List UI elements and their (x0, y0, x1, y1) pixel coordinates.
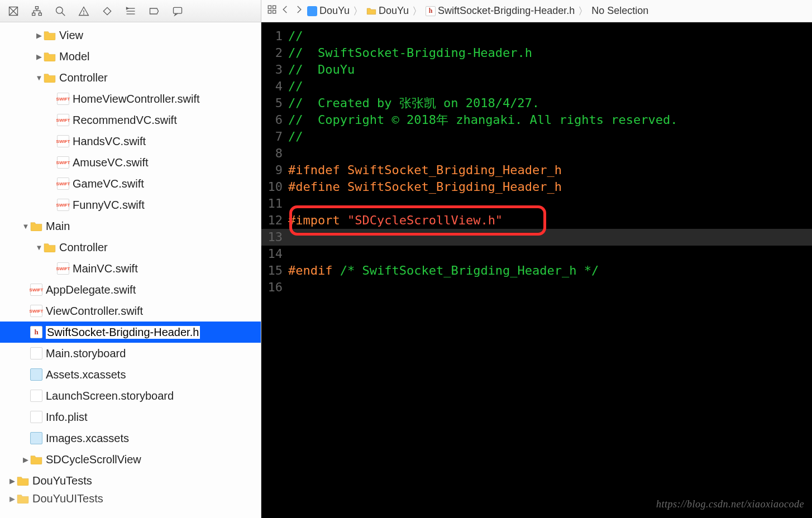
tree-item-label: Controller (59, 241, 108, 254)
editor-area: DouYu 〉 DouYu 〉 hSwiftSocket-Brigding-He… (261, 0, 812, 518)
line-content: #endif /* SwiftSocket_Brigding_Header_h … (288, 262, 812, 279)
line-number: 14 (261, 246, 288, 262)
breadcrumb-sep: 〉 (353, 4, 363, 18)
code-line[interactable]: 10#define SwiftSocket_Brigding_Header_h (261, 179, 812, 195)
breadcrumb-project[interactable]: DouYu (307, 5, 350, 17)
tree-file[interactable]: SWIFTViewController.swift (0, 300, 261, 322)
code-line[interactable]: 6// Copyright © 2018年 zhangaki. All righ… (261, 112, 812, 128)
disclosure-icon[interactable]: ▶ (35, 31, 44, 40)
tree-file[interactable]: Info.plist (0, 406, 261, 428)
warning-tab-icon[interactable] (77, 4, 90, 18)
disclosure-icon[interactable]: ▼ (21, 222, 30, 231)
line-number: 12 (261, 212, 288, 229)
debug-tab-icon[interactable] (101, 4, 114, 18)
code-editor[interactable]: 1//2// SwiftSocket-Brigding-Header.h3// … (261, 22, 812, 518)
tree-folder[interactable]: ▶View (0, 25, 261, 46)
tree-folder[interactable]: ▼Controller (0, 67, 261, 88)
tree-file[interactable]: Assets.xcassets (0, 364, 261, 385)
line-number: 6 (261, 112, 288, 128)
chat-tab-icon[interactable] (171, 4, 184, 18)
code-line[interactable]: 3// DouYu (261, 61, 812, 78)
storyboard-file-icon (30, 390, 42, 402)
tree-folder[interactable]: ▼Controller (0, 237, 261, 258)
tree-item-label: LaunchScreen.storyboard (46, 390, 174, 402)
breadcrumb-sep: 〉 (412, 4, 422, 18)
line-number: 4 (261, 78, 288, 95)
disclosure-icon[interactable]: ▶ (35, 52, 44, 61)
tree-folder[interactable]: ▶Model (0, 46, 261, 67)
code-line[interactable]: 2// SwiftSocket-Brigding-Header.h (261, 45, 812, 61)
tree-file[interactable]: Images.xcassets (0, 428, 261, 449)
tree-file[interactable]: SWIFTRecommendVC.swift (0, 109, 261, 131)
tree-file[interactable]: SWIFTHomeViewController.swift (0, 88, 261, 109)
breadcrumb-sep: 〉 (578, 4, 588, 18)
line-content: // Copyright © 2018年 zhangaki. All right… (288, 112, 812, 128)
breakpoint-tab-icon[interactable] (124, 4, 137, 18)
file-tree[interactable]: ▶View▶Model▼ControllerSWIFTHomeViewContr… (0, 22, 261, 518)
swift-file-icon: SWIFT (57, 93, 69, 105)
disclosure-icon[interactable]: ▼ (35, 74, 44, 82)
tree-item-label: HandsVC.swift (73, 135, 146, 148)
navigator-toolbar (0, 0, 261, 22)
code-line[interactable]: 7// (261, 128, 812, 145)
code-line[interactable]: 15#endif /* SwiftSocket_Brigding_Header_… (261, 262, 812, 279)
svg-rect-19 (273, 11, 276, 13)
tree-item-label: HomeViewController.swift (73, 93, 200, 105)
tree-file[interactable]: SWIFTAmuseVC.swift (0, 152, 261, 173)
tree-file[interactable]: Main.storyboard (0, 343, 261, 364)
tree-item-label: FunnyVC.swift (73, 199, 145, 212)
svg-rect-15 (174, 7, 182, 13)
line-number: 15 (261, 262, 288, 279)
tree-folder[interactable]: ▶DouYuTests (0, 470, 261, 491)
code-line[interactable]: 16 (261, 279, 812, 296)
editor-toolbar: DouYu 〉 DouYu 〉 hSwiftSocket-Brigding-He… (261, 0, 812, 22)
svg-marker-14 (127, 7, 128, 9)
disclosure-icon[interactable]: ▶ (8, 495, 17, 503)
search-tab-icon[interactable] (54, 4, 67, 18)
line-content: // (288, 28, 812, 45)
breadcrumb-group[interactable]: DouYu (366, 5, 409, 17)
folder-icon (17, 492, 29, 505)
line-number: 11 (261, 195, 288, 212)
tree-file[interactable]: SWIFTMainVC.swift (0, 258, 261, 279)
tree-folder[interactable]: ▶DouYuUITests (0, 491, 261, 506)
code-line[interactable]: 14 (261, 246, 812, 262)
code-line[interactable]: 1// (261, 28, 812, 45)
tree-folder[interactable]: ▼Main (0, 215, 261, 237)
tree-file[interactable]: SWIFTAppDelegate.swift (0, 279, 261, 300)
related-items-icon[interactable] (267, 4, 277, 17)
breadcrumb-selection[interactable]: No Selection (591, 5, 648, 17)
line-number: 16 (261, 279, 288, 296)
nav-forward-icon[interactable] (294, 4, 304, 17)
navigator-tab-icon[interactable] (7, 4, 20, 18)
tree-item-label: AmuseVC.swift (73, 156, 149, 169)
disclosure-icon[interactable]: ▼ (35, 243, 44, 252)
tree-file[interactable]: SWIFTFunnyVC.swift (0, 194, 261, 215)
svg-rect-18 (268, 11, 271, 13)
disclosure-icon[interactable]: ▶ (8, 477, 17, 485)
folder-icon (366, 7, 376, 15)
tree-file[interactable]: LaunchScreen.storyboard (0, 385, 261, 406)
code-line[interactable]: 9#ifndef SwiftSocket_Brigding_Header_h (261, 162, 812, 179)
code-line[interactable]: 5// Created by 张张凯 on 2018/4/27. (261, 95, 812, 112)
storyboard-file-icon (30, 347, 42, 359)
folder-icon (44, 50, 56, 63)
tree-file[interactable]: hSwiftSocket-Brigding-Header.h (0, 322, 261, 343)
swift-file-icon: SWIFT (30, 305, 42, 317)
tree-file[interactable]: SWIFTHandsVC.swift (0, 131, 261, 152)
nav-back-icon[interactable] (280, 4, 290, 17)
report-tab-icon[interactable] (147, 4, 161, 18)
svg-rect-3 (36, 6, 39, 8)
disclosure-icon[interactable]: ▶ (21, 455, 30, 464)
swift-file-icon: SWIFT (57, 135, 69, 147)
hierarchy-tab-icon[interactable] (30, 4, 44, 18)
line-number: 10 (261, 179, 288, 195)
line-content: // DouYu (288, 61, 812, 78)
breadcrumb-file[interactable]: hSwiftSocket-Brigding-Header.h (426, 5, 575, 17)
tree-file[interactable]: SWIFTGameVC.swift (0, 173, 261, 194)
swift-file-icon: SWIFT (57, 199, 69, 211)
code-line[interactable]: 8 (261, 145, 812, 162)
breadcrumb-project-label: DouYu (319, 5, 350, 17)
code-line[interactable]: 4// (261, 78, 812, 95)
tree-folder[interactable]: ▶SDCycleScrollView (0, 449, 261, 470)
